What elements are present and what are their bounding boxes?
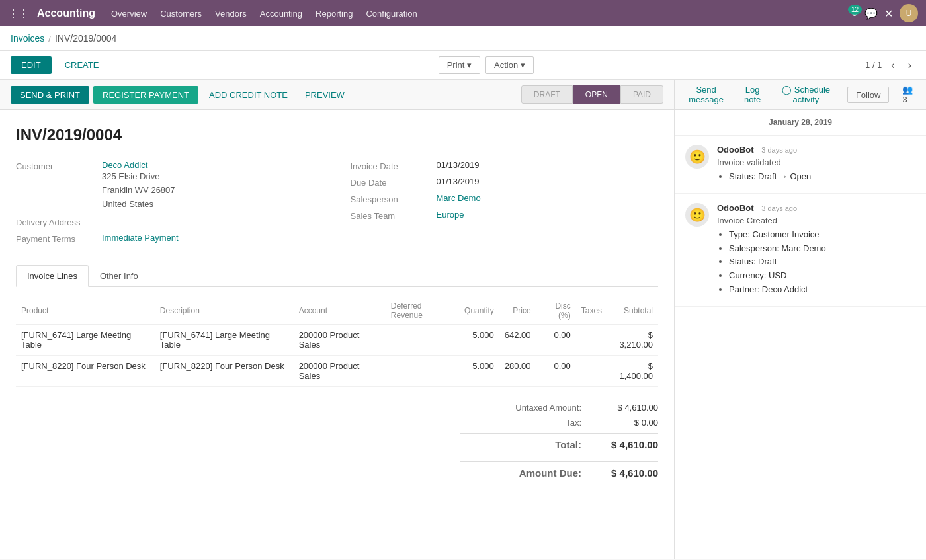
breadcrumb: Invoices / INV/2019/0004: [0, 26, 926, 51]
avatar[interactable]: U: [900, 4, 918, 22]
chatter-time: 3 days ago: [761, 204, 797, 212]
main-layout: INV/2019/0004 Customer Deco Addict 325 E…: [0, 110, 926, 559]
chatter-avatar: 🙂: [685, 145, 709, 169]
fields-left: Customer Deco Addict 325 Elsie Drive Fra…: [16, 160, 324, 249]
invoice-lines-table: Product Description Account Deferred Rev…: [16, 298, 658, 387]
col-deferred: Deferred Revenue: [386, 298, 459, 325]
invoice-panel: INV/2019/0004 Customer Deco Addict 325 E…: [0, 110, 675, 559]
breadcrumb-parent[interactable]: Invoices: [11, 33, 44, 44]
cell-product: [FURN_6741] Large Meeting Table: [16, 325, 155, 356]
tax-row: Tax: $ 0.00: [460, 415, 658, 430]
close-icon[interactable]: ✕: [884, 7, 893, 20]
cell-taxes: [576, 356, 607, 387]
totals-section: Untaxed Amount: $ 4,610.00 Tax: $ 0.00 T…: [16, 400, 658, 481]
chat-icon[interactable]: 💬: [864, 7, 878, 20]
tax-value: $ 0.00: [592, 418, 658, 428]
cell-description: [FURN_6741] Large Meeting Table: [155, 325, 294, 356]
chatter-text: Invoice Created: [717, 216, 915, 225]
pager-next[interactable]: ›: [904, 58, 915, 73]
send-message-button[interactable]: Send message: [685, 81, 727, 108]
chatter-message: 🙂 OdooBot 3 days ago Invoice validated S…: [675, 136, 926, 194]
invoice-date-label: Invoice Date: [351, 160, 437, 171]
customer-value: Deco Addict 325 Elsie Drive Franklin WV …: [102, 160, 175, 211]
tab-other-info[interactable]: Other Info: [89, 265, 149, 287]
chatter-list: Type: Customer InvoiceSalesperson: Marc …: [717, 228, 915, 297]
add-credit-note-button[interactable]: ADD CREDIT NOTE: [202, 86, 294, 104]
table-row: [FURN_6741] Large Meeting Table [FURN_67…: [16, 325, 658, 356]
cell-price: 642.00: [499, 325, 536, 356]
nav-customers[interactable]: Customers: [160, 9, 202, 19]
nav-vendors[interactable]: Vendors: [215, 9, 247, 19]
chatter-header: Send message Log note ◯Schedule activity…: [675, 80, 926, 109]
customer-label: Customer: [16, 160, 102, 171]
col-account: Account: [294, 298, 386, 325]
chatter-list-item: Partner: Deco Addict: [729, 283, 915, 297]
chatter-list-item: Status: Draft → Open: [729, 170, 915, 184]
follow-button[interactable]: Follow: [847, 87, 890, 103]
salesperson-link[interactable]: Marc Demo: [437, 193, 481, 203]
step-paid[interactable]: PAID: [620, 85, 663, 104]
cell-quantity: 5.000: [459, 356, 499, 387]
tab-invoice-lines[interactable]: Invoice Lines: [16, 265, 89, 287]
col-disc: Disc (%): [536, 298, 576, 325]
status-bar: SEND & PRINT REGISTER PAYMENT ADD CREDIT…: [0, 80, 675, 109]
chatter-list-item: Status: Draft: [729, 255, 915, 269]
tax-label: Tax:: [460, 418, 592, 428]
nav-overview[interactable]: Overview: [111, 9, 147, 19]
action-button[interactable]: Action ▾: [485, 56, 534, 74]
followers-count: 👥 3: [902, 85, 915, 104]
customer-name-link[interactable]: Deco Addict: [102, 160, 147, 170]
print-button[interactable]: Print ▾: [439, 56, 480, 74]
chatter-list-item: Salesperson: Marc Demo: [729, 242, 915, 256]
sales-team-link[interactable]: Europe: [437, 210, 464, 220]
col-quantity: Quantity: [459, 298, 499, 325]
topnav-right: ● 12 💬 ✕ U: [851, 4, 918, 22]
schedule-activity-button[interactable]: ◯Schedule activity: [778, 81, 834, 108]
cell-price: 280.00: [499, 356, 536, 387]
customer-address: 325 Elsie Drive Franklin WV 26807 United…: [102, 170, 175, 211]
preview-button[interactable]: PREVIEW: [298, 86, 351, 104]
breadcrumb-current: INV/2019/0004: [55, 33, 116, 44]
chatter-date-header: January 28, 2019: [675, 110, 926, 136]
app-brand: Accounting: [37, 7, 95, 19]
pager-prev[interactable]: ‹: [887, 58, 898, 73]
invoice-fields: Customer Deco Addict 325 Elsie Drive Fra…: [16, 160, 658, 249]
cell-subtotal: $ 1,400.00: [607, 356, 658, 387]
register-payment-button[interactable]: REGISTER PAYMENT: [93, 86, 198, 104]
chatter-avatar: 🙂: [685, 203, 709, 227]
send-print-button[interactable]: SEND & PRINT: [11, 86, 89, 104]
table-row: [FURN_8220] Four Person Desk [FURN_8220]…: [16, 356, 658, 387]
due-date-value: 01/13/2019: [437, 177, 480, 186]
payment-terms-value: Immediate Payment: [102, 233, 179, 243]
step-open[interactable]: OPEN: [573, 85, 620, 104]
untaxed-value: $ 4,610.00: [592, 403, 658, 413]
log-note-button[interactable]: Log note: [740, 81, 765, 108]
payment-terms-field: Payment Terms Immediate Payment: [16, 233, 324, 244]
notification-badge[interactable]: ● 12: [851, 7, 858, 19]
sales-team-value: Europe: [437, 210, 464, 220]
topnav: ⋮⋮ Accounting Overview Customers Vendors…: [0, 0, 926, 26]
salesperson-value: Marc Demo: [437, 193, 481, 203]
col-price: Price: [499, 298, 536, 325]
payment-terms-label: Payment Terms: [16, 233, 102, 244]
amount-due-label: Amount Due:: [460, 467, 592, 479]
cell-subtotal: $ 3,210.00: [607, 325, 658, 356]
pager: 1 / 1 ‹ ›: [865, 58, 915, 73]
chatter-body: OdooBot 3 days ago Invoice validated Sta…: [717, 145, 915, 184]
action-bar: EDIT CREATE Print ▾ Action ▾ 1 / 1 ‹ ›: [0, 51, 926, 80]
col-subtotal: Subtotal: [607, 298, 658, 325]
nav-accounting[interactable]: Accounting: [260, 9, 302, 19]
payment-terms-link[interactable]: Immediate Payment: [102, 233, 179, 243]
invoice-date-field: Invoice Date 01/13/2019: [351, 160, 659, 171]
create-button[interactable]: CREATE: [57, 56, 107, 74]
nav-configuration[interactable]: Configuration: [366, 9, 417, 19]
cell-quantity: 5.000: [459, 325, 499, 356]
chatter-message: 🙂 OdooBot 3 days ago Invoice Created Typ…: [675, 194, 926, 307]
nav-reporting[interactable]: Reporting: [316, 9, 353, 19]
chatter-body: OdooBot 3 days ago Invoice Created Type:…: [717, 203, 915, 297]
edit-button[interactable]: EDIT: [11, 56, 52, 74]
cell-deferred: [386, 325, 459, 356]
grid-icon[interactable]: ⋮⋮: [8, 7, 29, 20]
step-draft[interactable]: DRAFT: [521, 85, 573, 104]
chatter-list-item: Currency: USD: [729, 269, 915, 283]
